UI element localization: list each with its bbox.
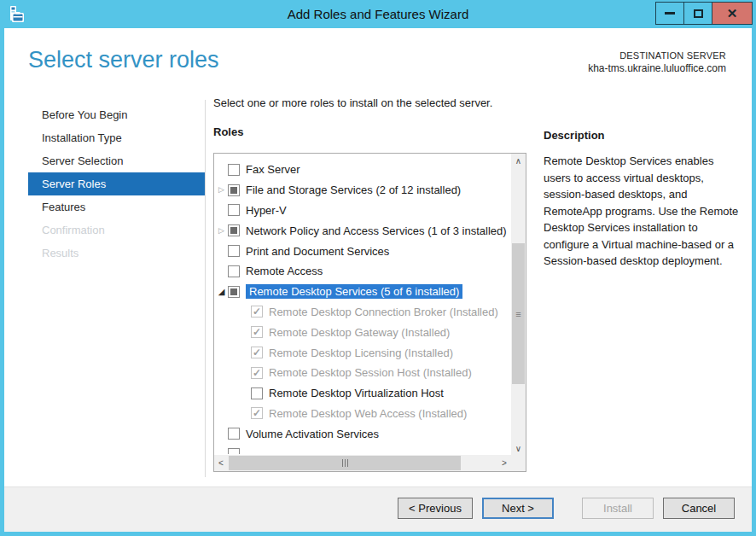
- role-label: Remote Desktop Web Access (Installed): [269, 407, 467, 420]
- window-controls: ✕: [656, 2, 753, 25]
- check-icon: ✓: [253, 307, 261, 316]
- role-label: Fax Server: [246, 163, 300, 176]
- role-label: Hyper-V: [246, 204, 287, 217]
- wizard-steps-nav: Before You Begin Installation Type Serve…: [28, 103, 205, 265]
- nav-results: Results: [28, 242, 205, 265]
- close-button[interactable]: ✕: [712, 2, 753, 25]
- destination-server: DESTINATION SERVER kha-tms.ukraine.luluo…: [588, 50, 726, 74]
- role-label: Remote Desktop Virtualization Host: [269, 387, 444, 399]
- expander-expanded-icon[interactable]: ◢: [215, 288, 228, 296]
- checkbox-unchecked[interactable]: [228, 265, 240, 277]
- checkbox-unchecked[interactable]: [228, 428, 240, 440]
- expander-collapsed-icon[interactable]: ▷: [215, 227, 228, 235]
- checkbox-checked-disabled: ✓: [251, 347, 263, 358]
- minimize-icon: [665, 12, 675, 15]
- role-print-document-services[interactable]: Print and Document Services: [215, 241, 510, 261]
- thumb-grip-icon: [347, 459, 348, 467]
- role-label: Print and Document Services: [246, 245, 389, 258]
- role-rd-licensing[interactable]: ✓ Remote Desktop Licensing (Installed): [215, 342, 510, 363]
- role-file-storage-services[interactable]: ▷ File and Storage Services (2 of 12 ins…: [215, 180, 510, 201]
- role-hyper-v[interactable]: Hyper-V: [215, 201, 510, 221]
- checkbox-partial[interactable]: [228, 224, 240, 236]
- role-rd-virtualization-host[interactable]: Remote Desktop Virtualization Host: [215, 383, 510, 404]
- role-rd-web-access[interactable]: ✓ Remote Desktop Web Access (Installed): [215, 404, 510, 424]
- window-title: Add Roles and Features Wizard: [0, 0, 756, 28]
- scroll-down-icon[interactable]: ∨: [511, 441, 526, 455]
- nav-server-roles[interactable]: Server Roles: [28, 172, 205, 195]
- checkbox-unchecked: [228, 448, 240, 454]
- role-label: Network Policy and Access Services (1 of…: [246, 224, 507, 237]
- checkbox-unchecked[interactable]: [251, 387, 263, 399]
- checkbox-partial[interactable]: [228, 286, 240, 298]
- check-icon: ✓: [253, 328, 261, 336]
- sidebar-divider: [205, 100, 206, 477]
- checkbox-partial[interactable]: [228, 184, 240, 196]
- role-label: Remote Desktop Licensing (Installed): [269, 347, 453, 359]
- role-rd-gateway[interactable]: ✓ Remote Desktop Gateway (Installed): [215, 322, 510, 342]
- role-network-policy[interactable]: ▷ Network Policy and Access Services (1 …: [215, 220, 510, 241]
- vertical-scrollbar[interactable]: ∧ ≡ ∨: [511, 154, 526, 455]
- description-body: Remote Desktop Services enables users to…: [544, 153, 741, 270]
- nav-installation-type[interactable]: Installation Type: [28, 126, 205, 149]
- roles-listbox: Fax Server ▷ File and Storage Services (…: [213, 153, 526, 472]
- checkbox-unchecked[interactable]: [228, 204, 240, 216]
- checkbox-checked-disabled: ✓: [251, 407, 263, 419]
- role-fax-server[interactable]: Fax Server: [215, 160, 510, 180]
- role-label: Remote Desktop Services (5 of 6 installe…: [246, 284, 462, 299]
- role-rd-session-host[interactable]: ✓ Remote Desktop Session Host (Installed…: [215, 363, 510, 383]
- description-title: Description: [544, 129, 605, 142]
- role-label: Volume Activation Services: [246, 428, 379, 440]
- horizontal-scroll-thumb[interactable]: [229, 456, 461, 470]
- maximize-button[interactable]: [683, 2, 712, 25]
- scroll-left-icon[interactable]: <: [214, 455, 228, 471]
- roles-rows: Fax Server ▷ File and Storage Services (…: [215, 154, 510, 454]
- nav-before-you-begin[interactable]: Before You Begin: [28, 103, 205, 126]
- wizard-window: Add Roles and Features Wizard ✕ Select s…: [0, 0, 756, 536]
- check-icon: ✓: [253, 369, 261, 377]
- scroll-right-icon[interactable]: >: [497, 455, 511, 471]
- thumb-grip-icon: [342, 459, 343, 467]
- install-button: Install: [582, 498, 654, 519]
- instruction-text: Select one or more roles to install on t…: [213, 96, 492, 109]
- check-icon: ✓: [253, 348, 261, 357]
- page-title: Select server roles: [28, 47, 219, 73]
- horizontal-scrollbar[interactable]: < >: [214, 455, 511, 471]
- checkbox-unchecked[interactable]: [228, 164, 240, 176]
- role-volume-activation-services[interactable]: Volume Activation Services: [215, 423, 510, 444]
- check-icon: ✓: [253, 409, 261, 417]
- wizard-content: Select server roles DESTINATION SERVER k…: [4, 28, 752, 532]
- nav-confirmation: Confirmation: [28, 218, 205, 242]
- role-remote-desktop-services[interactable]: ◢ Remote Desktop Services (5 of 6 instal…: [215, 282, 510, 302]
- roles-list-label: Roles: [213, 125, 243, 138]
- maximize-icon: [694, 9, 703, 18]
- checkbox-checked-disabled: ✓: [251, 306, 263, 318]
- title-bar[interactable]: Add Roles and Features Wizard ✕: [0, 0, 756, 28]
- minimize-button[interactable]: [655, 2, 684, 25]
- checkbox-checked-disabled: ✓: [251, 326, 263, 338]
- close-icon: ✕: [727, 6, 738, 21]
- role-remote-access[interactable]: Remote Access: [215, 261, 510, 282]
- role-label: Remote Access: [246, 265, 323, 277]
- cancel-button[interactable]: Cancel: [663, 498, 735, 519]
- role-label: Remote Desktop Session Host (Installed): [269, 366, 472, 379]
- scroll-up-icon[interactable]: ∧: [511, 154, 526, 167]
- destination-server-name: kha-tms.ukraine.luluoffice.com: [588, 62, 726, 74]
- role-rd-connection-broker[interactable]: ✓ Remote Desktop Connection Broker (Inst…: [215, 302, 510, 323]
- next-button[interactable]: Next >: [482, 498, 554, 519]
- destination-server-label: DESTINATION SERVER: [588, 50, 726, 61]
- checkbox-unchecked[interactable]: [228, 245, 240, 257]
- vertical-scroll-thumb[interactable]: ≡: [512, 243, 525, 384]
- footer-bar: < Previous Next > Install Cancel: [4, 486, 752, 532]
- expander-collapsed-icon[interactable]: ▷: [215, 186, 228, 194]
- role-label: File and Storage Services (2 of 12 insta…: [246, 184, 461, 196]
- thumb-grip-icon: [345, 459, 346, 467]
- nav-server-selection[interactable]: Server Selection: [28, 149, 205, 172]
- previous-button[interactable]: < Previous: [398, 498, 473, 519]
- nav-features[interactable]: Features: [28, 195, 205, 218]
- scrollbar-corner: [511, 455, 526, 471]
- thumb-grip-icon: ≡: [515, 309, 520, 319]
- role-label: Remote Desktop Gateway (Installed): [269, 326, 450, 339]
- role-label: Remote Desktop Connection Broker (Instal…: [269, 306, 498, 318]
- checkbox-checked-disabled: ✓: [251, 367, 263, 379]
- role-partial-row: [215, 444, 510, 454]
